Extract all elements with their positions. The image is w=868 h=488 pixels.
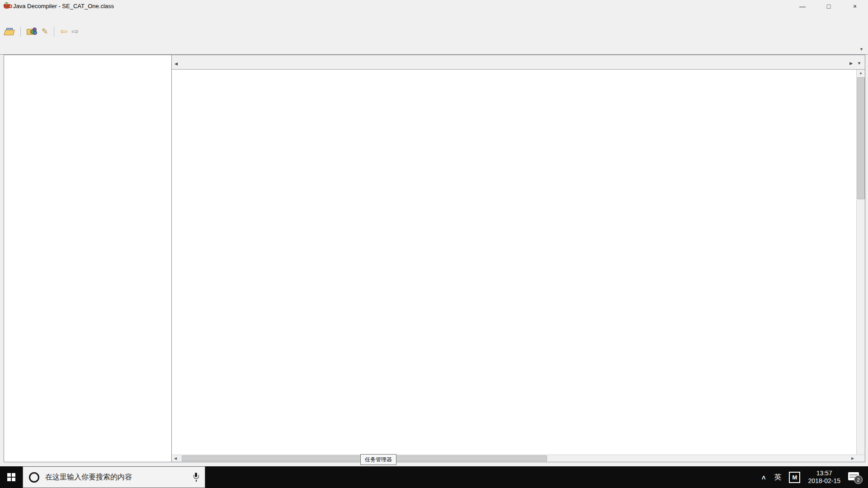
toolbar-separator xyxy=(54,27,54,37)
ime-language-indicator[interactable]: 英 xyxy=(774,473,781,482)
microphone-icon[interactable] xyxy=(193,473,199,482)
menu-bar xyxy=(0,12,868,23)
taskbar-tooltip: 任务管理器 xyxy=(360,454,396,465)
vertical-scroll-thumb[interactable] xyxy=(857,77,865,199)
jd-app-icon xyxy=(4,4,10,9)
ime-mode-indicator[interactable]: M xyxy=(789,472,800,483)
search-placeholder: 在这里输入你要搜索的内容 xyxy=(45,473,187,482)
start-button[interactable] xyxy=(0,466,23,488)
close-button[interactable]: × xyxy=(842,0,868,12)
back-arrow-icon[interactable]: ⇦ xyxy=(60,27,67,36)
tab-scroll-right-icon[interactable]: ▶ xyxy=(849,61,853,66)
vertical-scrollbar[interactable]: ▲ xyxy=(856,70,865,455)
scroll-up-icon[interactable]: ▲ xyxy=(857,70,865,76)
horizontal-scrollbar[interactable]: ◀ ▶ xyxy=(172,455,865,462)
jar-tab-bar: ▼ xyxy=(0,39,868,55)
code-view[interactable] xyxy=(172,70,856,455)
jar-tab-overflow-icon[interactable]: ▼ xyxy=(859,47,868,54)
tab-scroll-left-icon[interactable]: ◀ xyxy=(173,61,182,69)
clock-time: 13:57 xyxy=(808,469,840,477)
package-tree xyxy=(4,55,172,462)
maximize-button[interactable]: □ xyxy=(816,0,842,12)
toolbar-separator xyxy=(20,27,21,37)
minimize-button[interactable]: — xyxy=(789,0,816,12)
toolbar: ✎ ⇦ ⇨ xyxy=(0,23,868,39)
class-tab-bar: ◀ ▶ ▼ xyxy=(172,55,865,70)
tray-chevron-icon[interactable]: ∧ xyxy=(761,474,766,480)
clock[interactable]: 13:57 2018-02-15 xyxy=(808,469,840,485)
system-tray: ∧ 英 M 13:57 2018-02-15 2 xyxy=(761,466,868,488)
taskbar: 在这里输入你要搜索的内容 ∧ 英 M 13:57 2018-02-15 2 xyxy=(0,466,868,488)
forward-arrow-icon[interactable]: ⇨ xyxy=(71,27,79,36)
notification-badge: 2 xyxy=(854,475,863,484)
search-pen-icon[interactable]: ✎ xyxy=(42,28,48,35)
taskbar-search-input[interactable]: 在这里输入你要搜索的内容 xyxy=(23,466,205,488)
cortana-ring-icon xyxy=(29,472,39,483)
title-bar: Java Decompiler - SE_CAT_One.class — □ × xyxy=(0,0,868,12)
window-title: Java Decompiler - SE_CAT_One.class xyxy=(13,3,114,9)
open-file-icon[interactable] xyxy=(5,28,14,35)
scroll-right-icon[interactable]: ▶ xyxy=(849,455,856,462)
editor-pane: ◀ ▶ ▼ ▲ ◀ ▶ xyxy=(172,55,865,462)
clock-date: 2018-02-15 xyxy=(808,477,840,485)
notification-center-button[interactable]: 2 xyxy=(848,471,862,483)
scroll-left-icon[interactable]: ◀ xyxy=(172,455,179,462)
class-tab-overflow-icon[interactable]: ▼ xyxy=(857,61,861,66)
open-type-hierarchy-icon[interactable] xyxy=(27,28,38,35)
windows-logo-icon xyxy=(7,473,15,481)
